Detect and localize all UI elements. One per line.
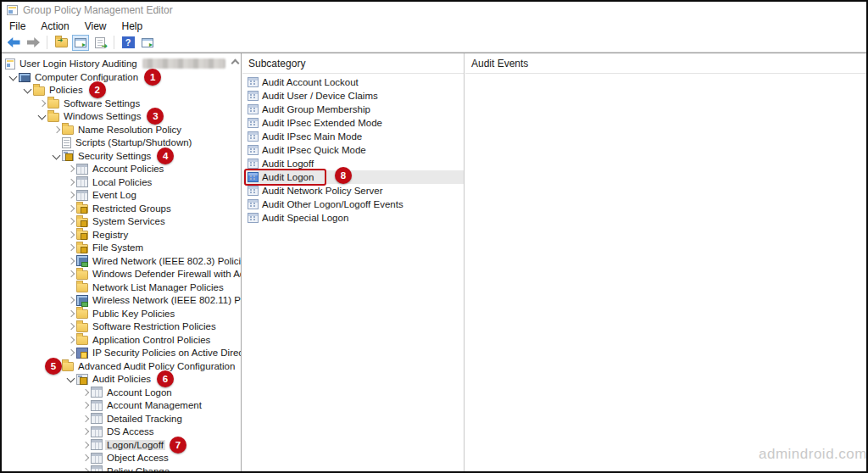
export-list-icon[interactable] (92, 35, 108, 51)
tree-item-windows-defender-firewall-with-adva[interactable]: Windows Defender Firewall with Adva (2, 267, 241, 281)
tree-item-account-logon[interactable]: Account Logon (2, 386, 241, 399)
menu-file[interactable]: File (2, 19, 33, 33)
tree-item-registry[interactable]: Registry (2, 228, 241, 242)
subcategory-item-audit-ipsec-quick-mode[interactable]: Audit IPsec Quick Mode (242, 143, 464, 157)
audit-policy-icon (248, 145, 259, 155)
chevron-up-icon[interactable] (231, 58, 238, 65)
help-icon[interactable]: ? (120, 35, 136, 51)
subcategory-item-audit-network-policy-server[interactable]: Audit Network Policy Server (242, 184, 464, 198)
chevron-collapsed-icon[interactable] (66, 178, 76, 186)
chevron-collapsed-icon[interactable] (37, 99, 47, 108)
chevron-collapsed-icon[interactable] (66, 217, 76, 225)
tree-item-label: Policy Change (105, 466, 171, 472)
chevron-collapsed-icon[interactable] (66, 336, 76, 344)
tree-item-wired-network-ieee-802-3-policies[interactable]: Wired Network (IEEE 802.3) Policies (2, 254, 241, 268)
tree-item-policy-change[interactable]: Policy Change (2, 465, 241, 472)
tree-item-restricted-groups[interactable]: Restricted Groups (2, 202, 241, 215)
chevron-collapsed-icon[interactable] (66, 348, 76, 357)
chevron-collapsed-icon[interactable] (81, 388, 91, 397)
tree-item-scripts-startup-shutdown-[interactable]: Scripts (Startup/Shutdown) (2, 136, 241, 149)
tree-item-label: Local Policies (91, 177, 153, 187)
subcategory-item-label: Audit Account Lockout (262, 77, 359, 87)
back-arrow-icon[interactable] (5, 35, 22, 51)
chevron-collapsed-icon[interactable] (66, 164, 76, 173)
tree-item-local-policies[interactable]: Local Policies (2, 175, 241, 189)
forward-arrow-icon[interactable] (25, 35, 42, 51)
chevron-expanded-icon[interactable] (8, 73, 19, 81)
chevron-collapsed-icon[interactable] (81, 454, 91, 462)
menu-view[interactable]: View (77, 19, 114, 33)
tree-item-system-services[interactable]: System Services (2, 214, 241, 228)
tree-item-object-access[interactable]: Object Access (2, 451, 241, 465)
tree-root-item[interactable]: User Login History Auditing (2, 57, 241, 70)
tree-item-wireless-network-ieee-802-11-policie[interactable]: Wireless Network (IEEE 802.11) Policie (2, 293, 241, 307)
new-window-icon[interactable] (139, 35, 156, 51)
menu-action[interactable]: Action (33, 19, 76, 33)
tree-item-event-log[interactable]: Event Log (2, 188, 241, 202)
tree-item-network-list-manager-policies[interactable]: Network List Manager Policies (2, 281, 241, 294)
chevron-expanded-icon[interactable] (23, 86, 33, 94)
tree-item-windows-settings[interactable]: Windows Settings3 (2, 109, 241, 123)
tree-item-software-restriction-policies[interactable]: Software Restriction Policies (2, 320, 241, 333)
tree-item-file-system[interactable]: File System (2, 241, 241, 254)
chevron-collapsed-icon[interactable] (66, 204, 76, 213)
tree-item-label: Software Settings (62, 98, 142, 109)
tree-item-name-resolution-policy[interactable]: Name Resolution Policy (2, 123, 241, 136)
chevron-collapsed-icon[interactable] (66, 191, 76, 199)
tree-item-label: Advanced Audit Policy Configuration (76, 361, 236, 371)
subcategory-item-audit-other-logon-logoff-events[interactable]: Audit Other Logon/Logoff Events (242, 198, 464, 211)
menu-bar: File Action View Help (2, 19, 866, 33)
chevron-collapsed-icon[interactable] (52, 125, 62, 134)
chevron-expanded-icon[interactable] (37, 112, 47, 120)
tree-item-application-control-policies[interactable]: Application Control Policies (2, 333, 241, 347)
tree-item-ds-access[interactable]: DS Access (2, 425, 241, 438)
subcategory-item-audit-ipsec-extended-mode[interactable]: Audit IPsec Extended Mode (242, 116, 464, 130)
audit-policy-icon (248, 199, 259, 209)
menu-help[interactable]: Help (114, 19, 151, 33)
subcategory-item-label: Audit IPsec Extended Mode (262, 118, 382, 128)
subcategory-item-audit-special-logon[interactable]: Audit Special Logon (242, 211, 464, 225)
tree-item-advanced-audit-policy-configuration[interactable]: 5Advanced Audit Policy Configuration (2, 359, 241, 373)
chevron-collapsed-icon[interactable] (66, 231, 76, 239)
audit-events-column-header[interactable]: Audit Events (465, 53, 866, 74)
table-icon (91, 439, 103, 450)
subcategory-item-audit-logon[interactable]: Audit Logon (242, 170, 464, 184)
chevron-collapsed-icon[interactable] (66, 296, 76, 304)
tree-item-computer-configuration[interactable]: Computer Configuration1 (2, 70, 241, 84)
tree-item-label: Computer Configuration (33, 72, 140, 82)
tree-item-security-settings[interactable]: Security Settings4 (2, 149, 241, 163)
chevron-expanded-icon[interactable] (52, 152, 62, 160)
chevron-collapsed-icon[interactable] (81, 415, 91, 423)
chevron-collapsed-icon[interactable] (81, 401, 91, 409)
tree-item-software-settings[interactable]: Software Settings (2, 97, 241, 110)
tree-item-account-management[interactable]: Account Management (2, 398, 241, 412)
tree-item-label: DS Access (105, 426, 156, 437)
tree-item-detailed-tracking[interactable]: Detailed Tracking (2, 412, 241, 426)
chevron-collapsed-icon[interactable] (81, 427, 91, 436)
tree-item-policies[interactable]: Policies2 (2, 83, 241, 97)
tree-item-account-policies[interactable]: Account Policies (2, 162, 241, 175)
subcategory-item-audit-user-device-claims[interactable]: Audit User / Device Claims (242, 89, 464, 103)
chevron-collapsed-icon[interactable] (66, 270, 76, 278)
subcategory-item-audit-group-membership[interactable]: Audit Group Membership (242, 103, 464, 116)
subcategory-item-audit-account-lockout[interactable]: Audit Account Lockout (242, 75, 464, 89)
tree-item-public-key-policies[interactable]: Public Key Policies (2, 307, 241, 320)
chevron-collapsed-icon[interactable] (66, 309, 76, 318)
chevron-collapsed-icon[interactable] (81, 467, 91, 472)
up-one-level-icon[interactable] (53, 35, 70, 51)
chevron-collapsed-icon[interactable] (81, 441, 91, 449)
show-console-tree-icon[interactable] (72, 35, 89, 51)
chevron-collapsed-icon[interactable] (66, 257, 76, 265)
chevron-collapsed-icon[interactable] (66, 322, 76, 331)
chevron-expanded-icon[interactable] (66, 375, 76, 383)
subcategory-column-header[interactable]: Subcategory (242, 53, 464, 74)
tree-item-ip-security-policies-on-active-directory[interactable]: IP Security Policies on Active Directory (2, 346, 241, 359)
subcategory-item-audit-ipsec-main-mode[interactable]: Audit IPsec Main Mode (242, 130, 464, 143)
tree-item-audit-policies[interactable]: Audit Policies6 (2, 372, 241, 386)
chevron-collapsed-icon[interactable] (66, 243, 76, 252)
subcategory-item-label: Audit User / Device Claims (262, 91, 378, 101)
subcategory-item-label: Audit IPsec Quick Mode (262, 145, 366, 155)
tree-item-logon-logoff[interactable]: Logon/Logoff7 (2, 438, 241, 452)
subcategory-item-audit-logoff[interactable]: Audit Logoff (242, 157, 464, 170)
folder-icon (62, 362, 74, 371)
